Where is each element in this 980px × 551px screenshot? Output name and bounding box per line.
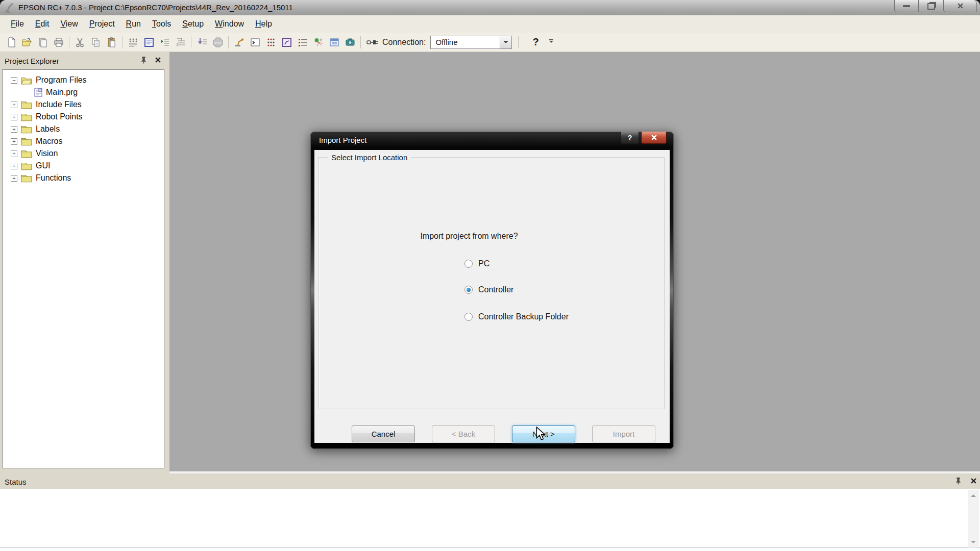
tree-item-include-files[interactable]: Include Files (3, 98, 164, 111)
io-monitor-button[interactable] (263, 35, 279, 50)
connection-value: Offline (435, 38, 457, 46)
cancel-button[interactable]: Cancel (352, 425, 415, 442)
expand-icon[interactable] (11, 151, 17, 157)
menu-view[interactable]: View (55, 18, 83, 30)
command-window-button[interactable] (247, 35, 263, 50)
folder-icon (21, 173, 32, 183)
dialog-close-button[interactable] (641, 132, 667, 144)
tree-item-labels[interactable]: Labels (3, 123, 164, 135)
tree-item-vision[interactable]: Vision (3, 147, 164, 160)
tree-item-functions[interactable]: Functions (3, 172, 164, 184)
tree-item-label: GUI (36, 161, 50, 170)
status-scrollbar[interactable] (968, 490, 978, 548)
robot-manager-icon (234, 37, 245, 48)
pin-icon[interactable] (953, 477, 963, 486)
step-into-button[interactable] (157, 35, 173, 50)
tree-item-label: Vision (36, 149, 58, 158)
close-icon[interactable] (153, 56, 162, 65)
chevron-down-icon[interactable] (500, 36, 511, 48)
expand-icon[interactable] (11, 175, 17, 182)
simulator-button[interactable] (310, 35, 326, 50)
radio-option-controller-backup-folder[interactable]: Controller Backup Folder (464, 312, 569, 321)
folder-icon (21, 124, 32, 134)
tree-item-label: Functions (36, 173, 71, 183)
back-button[interactable]: < Back (432, 425, 495, 442)
folder-icon (21, 161, 32, 170)
radio-button-icon[interactable] (464, 313, 473, 321)
jog-teach-button[interactable] (279, 35, 295, 50)
menu-file[interactable]: File (5, 18, 30, 30)
close-icon[interactable] (969, 477, 978, 486)
program-editor-button[interactable] (141, 35, 157, 50)
mouse-cursor (535, 427, 548, 442)
tree-item-label: Robot Points (36, 112, 83, 121)
scroll-up-icon[interactable] (968, 491, 978, 499)
import-button[interactable]: Import (592, 425, 655, 442)
tree-item-main-prg[interactable]: Main.prg (3, 86, 164, 98)
step-over-icon (175, 37, 186, 48)
dialog-title: Import Project (319, 136, 366, 144)
connection-select[interactable]: Offline (430, 36, 512, 49)
stop-icon: STOP (212, 37, 224, 48)
connection-label: Connection: (382, 38, 426, 47)
vision-button[interactable] (342, 35, 358, 50)
tree-item-gui[interactable]: GUI (3, 160, 164, 172)
radio-label-controller-backup-folder: Controller Backup Folder (478, 312, 569, 321)
copy-button[interactable] (88, 35, 104, 50)
radio-button-icon[interactable] (464, 260, 473, 268)
walk-icon (197, 37, 208, 48)
tree-item-label: Include Files (36, 100, 82, 109)
restore-button[interactable] (919, 0, 943, 12)
expand-icon[interactable] (11, 102, 17, 108)
expand-icon[interactable] (11, 126, 17, 133)
help-button[interactable]: ? (529, 36, 542, 48)
tree-item-macros[interactable]: Macros (3, 135, 164, 147)
robot-manager-button[interactable] (231, 35, 247, 50)
print-button[interactable] (51, 35, 66, 50)
cut-icon (75, 37, 86, 48)
pin-icon[interactable] (139, 56, 148, 65)
menu-setup[interactable]: Setup (177, 18, 209, 30)
menu-tools[interactable]: Tools (146, 18, 177, 30)
close-button[interactable] (943, 0, 977, 12)
save-all-button[interactable] (35, 35, 51, 50)
menu-window[interactable]: Window (209, 18, 250, 30)
radio-option-controller[interactable]: Controller (464, 285, 513, 294)
io-label-editor-icon (329, 37, 340, 48)
radio-button-selected-icon[interactable] (464, 286, 473, 294)
menu-run[interactable]: Run (120, 18, 146, 30)
expand-icon[interactable] (11, 138, 17, 145)
paste-button[interactable] (104, 35, 119, 50)
toolbar-overflow-button[interactable] (549, 39, 553, 45)
scroll-down-icon[interactable] (968, 538, 978, 546)
minimize-button[interactable] (894, 0, 919, 12)
dialog-help-button[interactable]: ? (621, 132, 639, 144)
step-over-button[interactable] (173, 35, 188, 50)
help-icon: ? (628, 134, 632, 142)
open-project-button[interactable] (19, 35, 35, 50)
import-question: Import project from where? (314, 232, 624, 241)
walk-button[interactable] (194, 35, 210, 50)
expand-icon[interactable] (11, 114, 17, 120)
tree-item-program-files[interactable]: Program Files (3, 74, 164, 86)
cut-button[interactable] (72, 35, 88, 50)
close-icon (651, 134, 657, 141)
menu-edit[interactable]: Edit (30, 18, 55, 30)
new-project-button[interactable] (3, 35, 19, 50)
collapse-icon[interactable] (11, 77, 17, 84)
window-titlebar[interactable]: EPSON RC+ 7.0.3 - Project C:\EpsonRC70\P… (0, 0, 980, 16)
open-folder-icon (21, 76, 32, 85)
radio-option-pc[interactable]: PC (464, 259, 489, 268)
sync-project-button[interactable] (125, 35, 141, 50)
stop-button[interactable]: STOP (210, 35, 226, 50)
menu-help[interactable]: Help (250, 18, 278, 30)
tree-item-robot-points[interactable]: Robot Points (3, 111, 164, 123)
folder-icon (21, 137, 32, 146)
copy-icon (90, 37, 102, 48)
expand-icon[interactable] (11, 163, 17, 169)
io-label-editor-button[interactable] (326, 35, 342, 50)
toolbar-separator (360, 36, 361, 48)
task-manager-button[interactable] (295, 35, 310, 50)
new-file-icon (6, 37, 17, 48)
menu-project[interactable]: Project (84, 18, 120, 30)
